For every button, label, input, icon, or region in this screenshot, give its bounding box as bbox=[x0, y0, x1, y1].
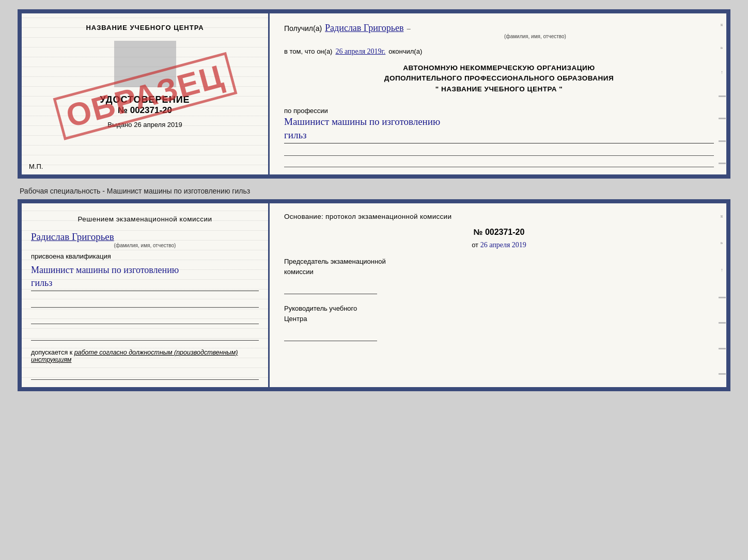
predsed-label: Председатель экзаменационной комиссии bbox=[284, 257, 714, 277]
notch-1 bbox=[719, 95, 726, 97]
right-notches-top: и а ← bbox=[718, 13, 726, 174]
bottom-profession-section: Машинист машины по изготовлению гильз bbox=[31, 263, 259, 291]
udost-number: № 002371-20 bbox=[118, 105, 172, 116]
bottom-profession-line2: гильз bbox=[31, 277, 259, 289]
bottom-name-handwritten: Радислав Григорьев bbox=[31, 231, 259, 243]
notch-text-2: а bbox=[720, 47, 725, 49]
school-name-top: НАЗВАНИЕ УЧЕБНОГО ЦЕНТРА bbox=[86, 24, 204, 31]
notch-b-5 bbox=[719, 322, 726, 324]
osnov-title: Основание: протокол экзаменационной коми… bbox=[284, 213, 714, 220]
rukivod-line1: Руководитель учебного bbox=[284, 303, 714, 314]
po-professii-label: по профессии bbox=[284, 107, 714, 115]
bottom-cert-left: Решением экзаменационной комиссии Радисл… bbox=[22, 203, 270, 387]
rukivod-label: Руководитель учебного Центра bbox=[284, 303, 714, 324]
predsed-sig-line bbox=[284, 283, 377, 294]
vtom-row: в том, что он(а) 26 апреля 2019г. окончи… bbox=[284, 47, 714, 56]
notch-4 bbox=[719, 163, 726, 164]
poluchil-caption: (фамилия, имя, отчество) bbox=[356, 34, 714, 39]
middle-label: Рабочая специальность - Машинист машины … bbox=[18, 185, 730, 199]
poluchil-prefix: Получил(а) bbox=[284, 24, 322, 33]
poluchil-name: Радислав Григорьев bbox=[325, 23, 403, 34]
poluchil-dash: – bbox=[407, 25, 410, 33]
ot-prefix: от bbox=[472, 241, 478, 249]
notch-b-6 bbox=[719, 348, 726, 349]
profession-line2-top: гильз bbox=[284, 129, 714, 142]
bottom-cert-right: Основание: протокол экзаменационной коми… bbox=[270, 203, 726, 387]
notch-b-3: ← bbox=[720, 268, 725, 273]
notch-text-3: ← bbox=[720, 70, 725, 75]
underline-1 bbox=[31, 297, 259, 308]
prisvoena-text: присвоена квалификация bbox=[31, 252, 259, 260]
vtom-date: 26 апреля 2019г. bbox=[335, 47, 385, 56]
body-line3: " НАЗВАНИЕ УЧЕБНОГО ЦЕНТРА " bbox=[284, 84, 714, 94]
vtom-prefix: в том, что он(а) bbox=[284, 47, 332, 55]
notch-2 bbox=[719, 118, 726, 119]
protocol-number: № 002371-20 bbox=[284, 228, 714, 237]
rukivod-line2: Центра bbox=[284, 314, 714, 324]
notch-b-2: а bbox=[720, 242, 725, 244]
predsed-line1: Председатель экзаменационной bbox=[284, 257, 714, 267]
decision-text: Решением экзаменационной комиссии bbox=[31, 214, 259, 225]
vidan-label: Выдано bbox=[107, 121, 132, 129]
underline-2 bbox=[31, 314, 259, 324]
notch-b-7 bbox=[719, 373, 726, 375]
vidan-date: 26 апреля 2019 bbox=[134, 121, 182, 129]
photo-box bbox=[114, 41, 176, 87]
допускается-section: допускается к работе согласно должностны… bbox=[31, 349, 259, 363]
mp-label: М.П. bbox=[29, 163, 43, 170]
ot-date-row: от 26 апреля 2019 bbox=[284, 241, 714, 249]
ot-date-value: 26 апреля 2019 bbox=[480, 241, 526, 249]
cert-body-text: АВТОНОМНУЮ НЕКОММЕРЧЕСКУЮ ОРГАНИЗАЦИЮ ДО… bbox=[284, 63, 714, 94]
notch-b-1: и bbox=[720, 215, 725, 218]
body-line2: ДОПОЛНИТЕЛЬНОГО ПРОФЕССИОНАЛЬНОГО ОБРАЗО… bbox=[284, 73, 714, 84]
bottom-certificate: Решением экзаменационной комиссии Радисл… bbox=[18, 199, 730, 391]
right-notches-bottom: и а ← bbox=[718, 203, 726, 387]
notch-b-4 bbox=[719, 297, 726, 298]
underline-4 bbox=[31, 370, 259, 380]
bottom-profession-handwritten: Машинист машины по изготовлению bbox=[31, 264, 259, 276]
top-cert-left: НАЗВАНИЕ УЧЕБНОГО ЦЕНТРА УДОСТОВЕРЕНИЕ №… bbox=[22, 13, 270, 174]
vtom-suffix: окончил(а) bbox=[388, 47, 422, 55]
udost-label: УДОСТОВЕРЕНИЕ bbox=[100, 94, 190, 105]
predsed-line2: комиссии bbox=[284, 267, 714, 277]
rukivod-sig-line bbox=[284, 330, 377, 341]
po-professii-section: по профессии Машинист машины по изготовл… bbox=[284, 104, 714, 167]
body-line1: АВТОНОМНУЮ НЕКОММЕРЧЕСКУЮ ОРГАНИЗАЦИЮ bbox=[284, 63, 714, 73]
underline-3 bbox=[31, 330, 259, 341]
notch-text-1: и bbox=[720, 24, 725, 26]
notch-3 bbox=[719, 140, 726, 142]
bottom-name-caption: (фамилия, имя, отчество) bbox=[31, 243, 259, 248]
top-cert-right: Получил(а) Радислав Григорьев – (фамилия… bbox=[270, 13, 726, 174]
top-certificate: НАЗВАНИЕ УЧЕБНОГО ЦЕНТРА УДОСТОВЕРЕНИЕ №… bbox=[18, 9, 730, 179]
vidan-line: Выдано 26 апреля 2019 bbox=[107, 121, 182, 129]
допускается-prefix: допускается к bbox=[31, 349, 72, 356]
profession-handwritten-top: Машинист машины по изготовлению bbox=[284, 116, 714, 129]
bottom-name-section: Радислав Григорьев (фамилия, имя, отчест… bbox=[31, 230, 259, 248]
poluchil-row: Получил(а) Радислав Григорьев – (фамилия… bbox=[284, 23, 714, 39]
